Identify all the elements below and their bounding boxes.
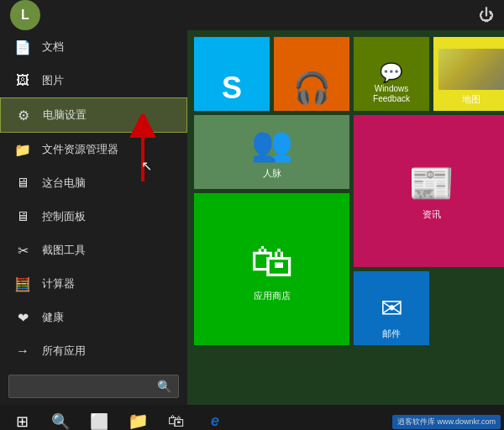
user-letter: L xyxy=(21,8,29,23)
feedback-icon-area: 💬 WindowsFeedback xyxy=(373,42,410,106)
feedback-chat-icon: 💬 xyxy=(380,62,402,84)
mail-label: 邮件 xyxy=(382,328,401,340)
file-explorer-label: 文件资源管理器 xyxy=(42,142,118,157)
calculator-icon: 🧮 xyxy=(13,275,32,293)
news-newspaper-icon: 📰 xyxy=(408,161,454,205)
control-panel-label: 控制面板 xyxy=(42,209,86,224)
taskbar-store-icon: 🛍 xyxy=(168,412,185,431)
task-view-button[interactable]: ⬜ xyxy=(81,405,118,430)
file-manager-icon: 📁 xyxy=(128,411,149,430)
this-pc-icon: 🖥 xyxy=(13,174,32,192)
snipping-label: 截图工具 xyxy=(42,243,86,258)
search-input[interactable] xyxy=(16,380,157,393)
task-view-icon: ⬜ xyxy=(90,412,108,430)
people-group-icon: 👥 xyxy=(251,124,293,164)
tiles-panel: S 🎧 💬 WindowsFeedback 地图 👥 人脉 📰 xyxy=(187,30,504,405)
menu-item-snipping[interactable]: ✂ 截图工具 xyxy=(0,233,187,267)
tile-map[interactable]: 地图 xyxy=(433,37,504,111)
menu-items: 📄 文档 🖼 图片 ⚙ 电脑设置 📁 文件资源管理器 🖥 这台电脑 xyxy=(0,30,187,368)
pc-settings-label: 电脑设置 xyxy=(43,108,87,123)
map-label: 地图 xyxy=(462,93,480,106)
taskbar: ⊞ 🔍 ⬜ 📁 🛍 e 逍客软件库 www.downkr.com xyxy=(0,405,504,430)
start-button[interactable]: ⊞ xyxy=(3,405,40,430)
menu-item-control-panel[interactable]: 🖥 控制面板 xyxy=(0,200,187,233)
menu-item-this-pc[interactable]: 🖥 这台电脑 xyxy=(0,166,187,200)
taskbar-file-explorer[interactable]: 📁 xyxy=(119,405,156,430)
calculator-label: 计算器 xyxy=(42,276,75,291)
search-bar[interactable]: 🔍 xyxy=(8,375,179,398)
tile-music[interactable]: 🎧 xyxy=(274,37,349,111)
people-label: 人脉 xyxy=(263,167,281,180)
tile-news[interactable]: 📰 资讯 xyxy=(354,115,504,267)
store-label: 应用商店 xyxy=(254,290,291,302)
music-headphones-icon: 🎧 xyxy=(293,71,331,106)
documents-label: 文档 xyxy=(42,39,64,55)
snipping-icon: ✂ xyxy=(13,241,32,260)
health-label: 健康 xyxy=(42,310,64,325)
tile-store[interactable]: 🛍 应用商店 xyxy=(194,193,349,345)
map-preview xyxy=(438,49,504,90)
control-panel-icon: 🖥 xyxy=(13,207,32,226)
user-avatar[interactable]: L xyxy=(10,0,40,30)
top-bar: L ⏻ xyxy=(0,0,504,30)
start-screen: L ⏻ 📄 文档 🖼 图片 ⚙ 电脑设置 xyxy=(0,0,504,430)
news-label: 资讯 xyxy=(423,208,441,221)
ie-icon: e xyxy=(211,412,219,430)
watermark-text: 逍客软件库 www.downkr.com xyxy=(397,417,496,426)
documents-icon: 📄 xyxy=(13,38,32,56)
main-content: 📄 文档 🖼 图片 ⚙ 电脑设置 📁 文件资源管理器 🖥 这台电脑 xyxy=(0,30,504,405)
watermark-badge[interactable]: 逍客软件库 www.downkr.com xyxy=(392,415,501,429)
menu-item-pc-settings[interactable]: ⚙ 电脑设置 xyxy=(0,97,187,133)
this-pc-label: 这台电脑 xyxy=(42,176,86,191)
taskbar-search-icon: 🔍 xyxy=(51,412,70,430)
health-icon: ❤ xyxy=(13,308,32,327)
skype-icon: S xyxy=(222,71,242,106)
mail-envelope-icon: ✉ xyxy=(381,292,403,324)
all-apps-arrow-icon: → xyxy=(13,342,32,360)
menu-item-file-explorer[interactable]: 📁 文件资源管理器 xyxy=(0,133,187,166)
tile-skype[interactable]: S xyxy=(194,37,270,111)
tile-mail[interactable]: ✉ 邮件 xyxy=(354,271,429,345)
file-explorer-icon: 📁 xyxy=(13,140,32,159)
all-apps-item[interactable]: → 所有应用 xyxy=(0,334,187,368)
tile-people[interactable]: 👥 人脉 xyxy=(194,115,349,189)
power-button[interactable]: ⏻ xyxy=(479,7,494,24)
taskbar-store[interactable]: 🛍 xyxy=(158,405,195,430)
menu-item-health[interactable]: ❤ 健康 xyxy=(0,301,187,334)
settings-gear-icon: ⚙ xyxy=(14,106,33,124)
pictures-label: 图片 xyxy=(42,73,64,88)
menu-item-calculator[interactable]: 🧮 计算器 xyxy=(0,267,187,301)
left-panel: 📄 文档 🖼 图片 ⚙ 电脑设置 📁 文件资源管理器 🖥 这台电脑 xyxy=(0,30,187,405)
store-bag-icon: 🛍 xyxy=(250,236,294,286)
windows-logo-icon: ⊞ xyxy=(16,412,29,430)
feedback-label: WindowsFeedback xyxy=(373,84,410,104)
all-apps-label: 所有应用 xyxy=(42,343,86,359)
menu-item-pictures[interactable]: 🖼 图片 xyxy=(0,64,187,97)
search-button[interactable]: 🔍 xyxy=(42,405,79,430)
search-magnifier-icon[interactable]: 🔍 xyxy=(157,380,171,393)
pictures-icon: 🖼 xyxy=(13,71,32,90)
taskbar-ie[interactable]: e xyxy=(197,405,234,430)
menu-item-documents[interactable]: 📄 文档 xyxy=(0,30,187,64)
tile-windows-feedback[interactable]: 💬 WindowsFeedback xyxy=(354,37,429,111)
